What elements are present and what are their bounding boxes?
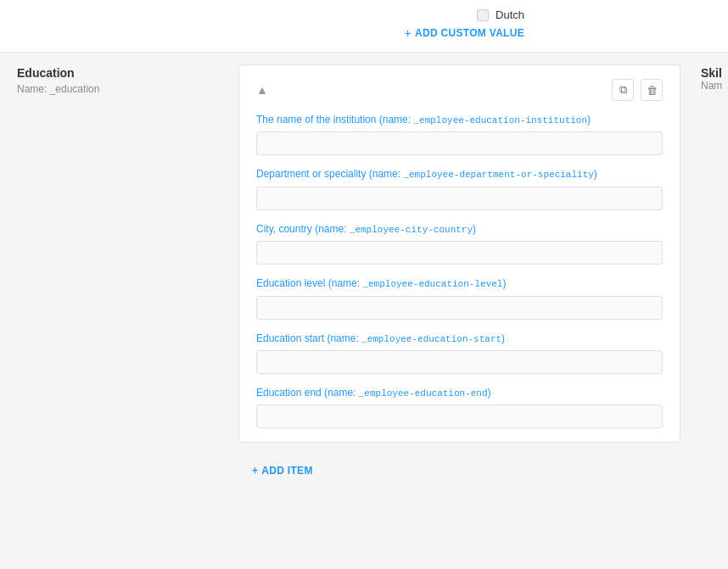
- field-department-name-code: _employee-department-or-speciality: [403, 170, 593, 180]
- dutch-row: Dutch: [477, 8, 524, 21]
- field-department-label: Department or speciality (name: _employe…: [256, 167, 663, 181]
- dutch-checkbox[interactable]: [477, 9, 489, 21]
- main-content: Education Name: _education ▲ ⧉ 🗑: [0, 53, 728, 561]
- card-header: ▲ ⧉ 🗑: [256, 79, 663, 101]
- field-department-input[interactable]: [256, 187, 663, 210]
- field-city-name-code: _employee-city-country: [350, 225, 473, 235]
- field-education-end-label-text: Education end (name:: [256, 387, 359, 399]
- field-education-start: Education start (name: _employee-educati…: [256, 332, 663, 374]
- field-education-level: Education level (name: _employee-educati…: [256, 276, 663, 319]
- field-department: Department or speciality (name: _employe…: [256, 167, 663, 209]
- field-education-start-label: Education start (name: _employee-educati…: [256, 332, 663, 346]
- right-sidebar: Skil Nam: [694, 53, 728, 561]
- field-department-label-text: Department or speciality (name:: [256, 168, 403, 180]
- field-education-end-input[interactable]: [256, 404, 663, 428]
- field-education-start-label-text: Education start (name:: [256, 332, 361, 344]
- top-section: Dutch + ADD CUSTOM VALUE: [0, 0, 728, 53]
- field-education-level-label-text: Education level (name:: [256, 277, 362, 289]
- card-actions: ⧉ 🗑: [612, 79, 663, 101]
- field-education-level-input[interactable]: [256, 296, 663, 320]
- education-section-name: Name: _education: [17, 83, 208, 95]
- education-section-title: Education: [17, 66, 208, 80]
- page-wrapper: Dutch + ADD CUSTOM VALUE Education Name:…: [0, 0, 728, 569]
- add-item-button[interactable]: + ADD ITEM: [252, 465, 313, 477]
- field-education-level-name-code: _employee-education-level: [362, 279, 502, 289]
- center-area: ▲ ⧉ 🗑 The name of the institution (name:…: [225, 53, 694, 561]
- delete-button[interactable]: 🗑: [641, 79, 663, 101]
- field-education-start-input[interactable]: [256, 350, 663, 374]
- field-city-input[interactable]: [256, 241, 663, 265]
- field-city-label: City, country (name: _employee-city-coun…: [256, 222, 663, 237]
- copy-button[interactable]: ⧉: [612, 79, 634, 101]
- add-item-row: + ADD ITEM: [238, 455, 680, 487]
- plus-icon: +: [404, 26, 411, 40]
- field-education-level-label: Education level (name: _employee-educati…: [256, 276, 663, 291]
- copy-icon: ⧉: [619, 83, 627, 97]
- field-institution: The name of the institution (name: _empl…: [256, 113, 663, 155]
- add-item-plus-icon: +: [252, 465, 258, 477]
- skills-section-title: Skil: [701, 66, 721, 80]
- expand-arrow-icon[interactable]: ▲: [256, 83, 268, 97]
- add-item-label: ADD ITEM: [261, 465, 312, 477]
- trash-icon: 🗑: [647, 84, 658, 97]
- add-custom-value-label: ADD CUSTOM VALUE: [415, 27, 524, 39]
- field-institution-name-code: _employee-education-institution: [413, 115, 587, 126]
- add-custom-value-button[interactable]: + ADD CUSTOM VALUE: [404, 26, 524, 40]
- field-education-end-name-code: _employee-education-end: [359, 388, 488, 399]
- field-city: City, country (name: _employee-city-coun…: [256, 222, 663, 265]
- field-institution-label: The name of the institution (name: _empl…: [256, 113, 663, 127]
- left-sidebar: Education Name: _education: [0, 53, 225, 561]
- field-education-end-label: Education end (name: _employee-education…: [256, 386, 663, 400]
- field-institution-input[interactable]: [256, 131, 663, 155]
- dutch-label: Dutch: [496, 8, 524, 21]
- education-card: ▲ ⧉ 🗑 The name of the institution (name:…: [238, 64, 680, 443]
- field-education-start-name-code: _employee-education-start: [361, 334, 501, 344]
- field-institution-label-text: The name of the institution (name:: [256, 114, 413, 126]
- field-city-label-text: City, country (name:: [256, 223, 350, 235]
- field-education-end: Education end (name: _employee-education…: [256, 386, 663, 428]
- skills-section-name: Nam: [701, 80, 721, 92]
